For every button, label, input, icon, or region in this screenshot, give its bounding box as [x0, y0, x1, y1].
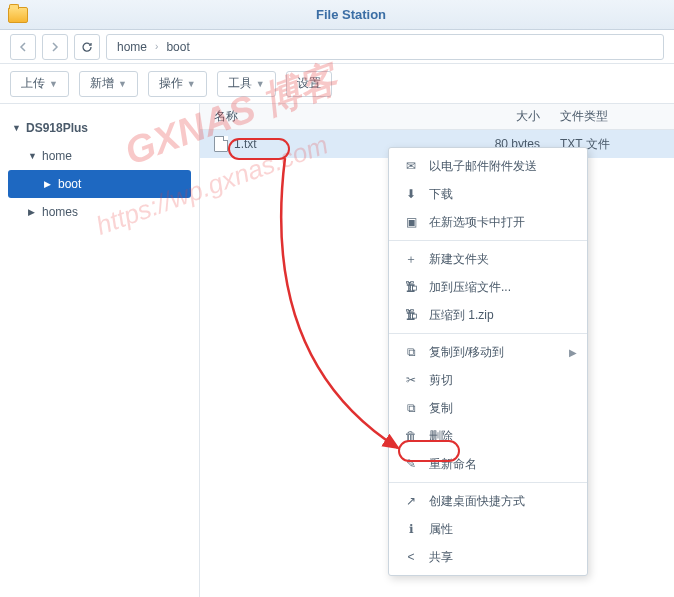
breadcrumb[interactable]: home › boot	[106, 34, 664, 60]
tree-item-label: home	[42, 149, 72, 163]
breadcrumb-item[interactable]: boot	[166, 40, 189, 54]
chevron-right-icon: ▶	[569, 347, 577, 358]
text-file-icon	[214, 136, 228, 152]
folder-tree: ▼ DS918Plus ▼ home ▶ boot ▶ homes	[0, 104, 200, 597]
download-icon: ⬇	[403, 186, 419, 202]
app-title: File Station	[28, 7, 674, 22]
caret-right-icon: ▶	[44, 179, 52, 189]
zip-icon: 🗜	[403, 307, 419, 323]
copy-icon: ⧉	[403, 400, 419, 416]
share-icon: <	[403, 549, 419, 565]
column-header-name[interactable]: 名称	[200, 108, 490, 125]
info-icon: ℹ	[403, 521, 419, 537]
scissors-icon: ✂	[403, 372, 419, 388]
titlebar: File Station	[0, 0, 674, 30]
separator	[389, 333, 587, 334]
separator	[389, 482, 587, 483]
plus-icon: ＋	[403, 251, 419, 267]
shortcut-icon: ↗	[403, 493, 419, 509]
tree-item-homes[interactable]: ▶ homes	[0, 198, 199, 226]
ctx-create-shortcut[interactable]: ↗创建桌面快捷方式	[389, 487, 587, 515]
back-button[interactable]	[10, 34, 36, 60]
tree-root-label: DS918Plus	[26, 121, 88, 135]
ctx-delete[interactable]: 🗑删除	[389, 422, 587, 450]
ctx-add-compress[interactable]: 🗜加到压缩文件...	[389, 273, 587, 301]
tree-item-label: homes	[42, 205, 78, 219]
ctx-properties[interactable]: ℹ属性	[389, 515, 587, 543]
tree-item-boot[interactable]: ▶ boot	[8, 170, 191, 198]
context-menu: ✉以电子邮件附件发送 ⬇下载 ▣在新选项卡中打开 ＋新建文件夹 🗜加到压缩文件.…	[388, 147, 588, 576]
actions-button[interactable]: 操作▼	[148, 71, 207, 97]
ctx-download[interactable]: ⬇下载	[389, 180, 587, 208]
ctx-compress-to[interactable]: 🗜压缩到 1.zip	[389, 301, 587, 329]
ctx-copy-move-to[interactable]: ⧉复制到/移动到▶	[389, 338, 587, 366]
caret-down-icon: ▼	[12, 123, 20, 133]
separator	[389, 240, 587, 241]
ctx-email-send[interactable]: ✉以电子邮件附件发送	[389, 152, 587, 180]
ctx-copy[interactable]: ⧉复制	[389, 394, 587, 422]
caret-down-icon: ▼	[49, 79, 58, 89]
tree-item-label: boot	[58, 177, 81, 191]
tree-root[interactable]: ▼ DS918Plus	[0, 114, 199, 142]
caret-down-icon: ▼	[187, 79, 196, 89]
app-folder-icon	[8, 7, 28, 23]
ctx-new-folder[interactable]: ＋新建文件夹	[389, 245, 587, 273]
ctx-cut[interactable]: ✂剪切	[389, 366, 587, 394]
copy-icon: ⧉	[403, 344, 419, 360]
trash-icon: 🗑	[403, 428, 419, 444]
refresh-button[interactable]	[74, 34, 100, 60]
caret-down-icon: ▼	[118, 79, 127, 89]
tree-item-home[interactable]: ▼ home	[0, 142, 199, 170]
ctx-open-new-tab[interactable]: ▣在新选项卡中打开	[389, 208, 587, 236]
ctx-share[interactable]: <共享	[389, 543, 587, 571]
caret-right-icon: ▶	[28, 207, 36, 217]
breadcrumb-item[interactable]: home	[117, 40, 147, 54]
chevron-right-icon	[50, 42, 60, 52]
chevron-left-icon	[18, 42, 28, 52]
column-header-type[interactable]: 文件类型	[550, 108, 674, 125]
forward-button[interactable]	[42, 34, 68, 60]
caret-down-icon: ▼	[28, 151, 36, 161]
upload-button[interactable]: 上传▼	[10, 71, 69, 97]
email-icon: ✉	[403, 158, 419, 174]
caret-down-icon: ▼	[256, 79, 265, 89]
tools-button[interactable]: 工具▼	[217, 71, 276, 97]
file-name: 1.txt	[234, 137, 257, 151]
archive-icon: 🗜	[403, 279, 419, 295]
column-header-row: 名称 大小 文件类型	[200, 104, 674, 130]
new-button[interactable]: 新增▼	[79, 71, 138, 97]
chevron-right-icon: ›	[155, 41, 158, 52]
column-header-size[interactable]: 大小	[490, 108, 550, 125]
action-toolbar: 上传▼ 新增▼ 操作▼ 工具▼ 设置	[0, 64, 674, 104]
navigation-toolbar: home › boot	[0, 30, 674, 64]
refresh-icon	[81, 41, 93, 53]
edit-icon: ✎	[403, 456, 419, 472]
ctx-rename[interactable]: ✎重新命名	[389, 450, 587, 478]
new-tab-icon: ▣	[403, 214, 419, 230]
settings-button[interactable]: 设置	[286, 71, 332, 97]
